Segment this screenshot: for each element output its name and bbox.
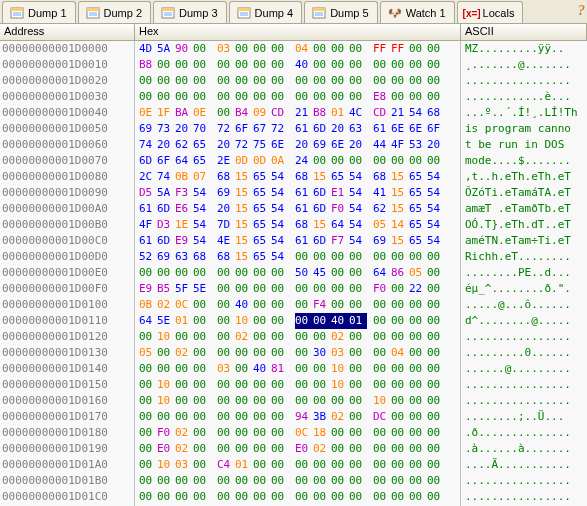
byte: 00 (349, 345, 367, 361)
hex-row[interactable]: 00000000001D0130050002000000000000300300… (0, 345, 587, 361)
byte: 00 (139, 361, 157, 377)
byte: 00 (331, 425, 349, 441)
tab-dump-1[interactable]: Dump 1 (2, 1, 76, 23)
hex-row[interactable]: 00000000001D0110645E01000010000000004001… (0, 313, 587, 329)
hex-cell: E9B55F5E0000000000000000F0002200 (135, 281, 461, 297)
byte: E9 (139, 281, 157, 297)
byte: 00 (295, 313, 313, 329)
byte: 6D (157, 233, 175, 249)
dump-icon (236, 5, 252, 21)
byte: CD (271, 105, 289, 121)
tab-dump-2[interactable]: Dump 2 (78, 1, 152, 23)
address-cell: 00000000001D0100 (0, 297, 135, 313)
byte: 00 (427, 73, 445, 89)
address-cell: 00000000001D0140 (0, 361, 135, 377)
dump-icon (9, 5, 25, 21)
hex-row[interactable]: 00000000001D00400E1FBA0E00B409CD21B8014C… (0, 105, 587, 121)
tab-label: Locals (483, 7, 515, 19)
byte: 65 (253, 169, 271, 185)
byte: 00 (427, 361, 445, 377)
tab-dump-5[interactable]: Dump 5 (304, 1, 378, 23)
hex-row[interactable]: 00000000001D00004D5A90000300000004000000… (0, 41, 587, 57)
byte: 69 (157, 249, 175, 265)
hex-row[interactable]: 00000000001D018000F00200000000000C180000… (0, 425, 587, 441)
header-hex[interactable]: Hex (135, 24, 461, 40)
hex-dump-body[interactable]: 00000000001D00004D5A90000300000004000000… (0, 41, 587, 506)
byte: 65 (253, 201, 271, 217)
byte: 6D (313, 233, 331, 249)
byte: 01 (235, 457, 253, 473)
hex-row[interactable]: 00000000001D00E0000000000000000050450000… (0, 265, 587, 281)
byte: 72 (271, 121, 289, 137)
byte: 00 (193, 473, 211, 489)
byte: 65 (253, 185, 271, 201)
byte: 15 (235, 233, 253, 249)
hex-row[interactable]: 00000000001D0120001000000002000000000200… (0, 329, 587, 345)
hex-row[interactable]: 00000000001D01A000100300C401000000000000… (0, 457, 587, 473)
byte: 2C (139, 169, 157, 185)
hex-row[interactable]: 00000000001D019000E0020000000000E0020000… (0, 441, 587, 457)
hex-row[interactable]: 00000000001D0160001000000000000000000000… (0, 393, 587, 409)
byte: 00 (427, 393, 445, 409)
byte: 00 (139, 489, 157, 505)
hex-row[interactable]: 00000000001D01700000000000000000943B0200… (0, 409, 587, 425)
byte: 69 (139, 121, 157, 137)
hex-row[interactable]: 00000000001D00F0E9B55F5E0000000000000000… (0, 281, 587, 297)
hex-row[interactable]: 00000000001D0140000000000300408100001000… (0, 361, 587, 377)
byte: 4E (217, 233, 235, 249)
byte: 0E (193, 105, 211, 121)
byte: 00 (193, 313, 211, 329)
byte: 69 (217, 185, 235, 201)
byte: 00 (409, 377, 427, 393)
hex-row[interactable]: 00000000001D0010B80000000000000040000000… (0, 57, 587, 73)
byte: 00 (193, 377, 211, 393)
hex-row[interactable]: 00000000001D0150001000000000000000001000… (0, 377, 587, 393)
hex-row[interactable]: 00000000001D01C0000000000000000000000000… (0, 489, 587, 505)
byte: 00 (139, 265, 157, 281)
help-icon[interactable]: ? (578, 3, 585, 19)
byte: 04 (295, 41, 313, 57)
byte: 15 (391, 185, 409, 201)
hex-row[interactable]: 00000000001D00802C740B076815655468156554… (0, 169, 587, 185)
byte: 00 (157, 409, 175, 425)
byte: 00 (313, 89, 331, 105)
byte: 65 (409, 185, 427, 201)
tab-label: Watch 1 (406, 7, 446, 19)
hex-row[interactable]: 00000000001D00B04FD31E547D15655468156454… (0, 217, 587, 233)
byte: 00 (271, 425, 289, 441)
hex-row[interactable]: 00000000001D005069732070726F6772616D2063… (0, 121, 587, 137)
address-cell: 00000000001D0050 (0, 121, 135, 137)
byte: 00 (193, 441, 211, 457)
tab-dump-3[interactable]: Dump 3 (153, 1, 227, 23)
byte: 52 (139, 249, 157, 265)
byte: 00 (373, 57, 391, 73)
byte: 00 (253, 297, 271, 313)
hex-row[interactable]: 00000000001D0020000000000000000000000000… (0, 73, 587, 89)
hex-row[interactable]: 00000000001D0060742062652072756E20696E20… (0, 137, 587, 153)
hex-row[interactable]: 00000000001D00A0616DE65420156554616DF054… (0, 201, 587, 217)
byte: 65 (253, 217, 271, 233)
byte: 00 (271, 441, 289, 457)
byte: 00 (139, 329, 157, 345)
byte: 00 (349, 473, 367, 489)
hex-row[interactable]: 00000000001D00D0526963686815655400000000… (0, 249, 587, 265)
header-address[interactable]: Address (0, 24, 135, 40)
hex-row[interactable]: 00000000001D01000B020C000040000000F40000… (0, 297, 587, 313)
hex-row[interactable]: 00000000001D0090D55AF35469156554616DE154… (0, 185, 587, 201)
byte: 00 (373, 473, 391, 489)
tab-watch-1[interactable]: 🐶Watch 1 (380, 1, 455, 23)
byte: 00 (253, 313, 271, 329)
byte: 00 (409, 89, 427, 105)
byte: 00 (349, 361, 367, 377)
tab-dump-4[interactable]: Dump 4 (229, 1, 303, 23)
header-ascii[interactable]: ASCII (461, 24, 587, 40)
byte: 00 (349, 41, 367, 57)
byte: 07 (193, 169, 211, 185)
hex-row[interactable]: 00000000001D00C0616DE9544E156554616DF754… (0, 233, 587, 249)
hex-row[interactable]: 00000000001D01B0000000000000000000000000… (0, 473, 587, 489)
tab-locals[interactable]: [x=]Locals (457, 1, 524, 23)
hex-row[interactable]: 00000000001D0030000000000000000000000000… (0, 89, 587, 105)
hex-cell: 00100000000200000000020000000000 (135, 329, 461, 345)
byte: 00 (175, 489, 193, 505)
hex-row[interactable]: 00000000001D00706D6F64652E0D0D0A24000000… (0, 153, 587, 169)
